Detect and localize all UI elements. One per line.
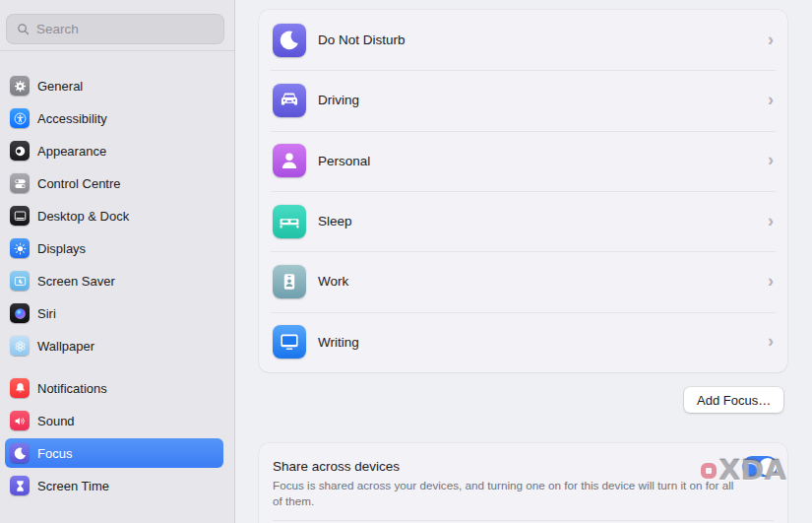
car-icon xyxy=(273,84,306,117)
sidebar-group: General Accessibility Appearance Control… xyxy=(5,71,223,360)
display-icon xyxy=(273,325,306,359)
sidebar-item-displays[interactable]: Displays xyxy=(5,233,223,263)
desktop-dock-icon xyxy=(10,206,30,226)
sidebar-item-accessibility[interactable]: Accessibility xyxy=(5,103,223,133)
row-divider xyxy=(271,312,776,313)
chevron-right-icon: › xyxy=(768,272,774,290)
sidebar-item-desktop-dock[interactable]: Desktop & Dock xyxy=(5,201,223,230)
sidebar-item-wallpaper[interactable]: Wallpaper xyxy=(5,331,223,360)
control-centre-icon xyxy=(10,173,30,193)
sidebar-item-siri[interactable]: Siri xyxy=(5,298,223,328)
bed-icon xyxy=(273,205,306,238)
row-divider xyxy=(271,191,776,192)
appearance-icon xyxy=(10,141,30,161)
moon-icon xyxy=(10,443,30,463)
share-across-devices-toggle[interactable] xyxy=(742,456,778,477)
person-icon xyxy=(273,144,306,177)
sun-icon xyxy=(10,238,30,258)
system-settings-window: Search General Accessibility Appearance … xyxy=(0,0,812,523)
sidebar-list: General Accessibility Appearance Control… xyxy=(5,71,223,503)
sidebar-item-notifications[interactable]: Notifications xyxy=(5,373,223,403)
focus-list-card: Do Not Disturb › Driving › Personal › Sl… xyxy=(259,10,787,372)
row-divider xyxy=(271,251,776,252)
chevron-right-icon: › xyxy=(768,332,774,350)
focus-row-personal[interactable]: Personal › xyxy=(259,131,787,191)
search-input[interactable]: Search xyxy=(6,14,224,44)
sidebar-item-sound[interactable]: Sound xyxy=(5,406,223,435)
chevron-right-icon: › xyxy=(768,151,774,168)
sidebar-item-screen-time[interactable]: Screen Time xyxy=(5,471,223,500)
bell-icon xyxy=(10,378,30,398)
focus-row-do-not-disturb[interactable]: Do Not Disturb › xyxy=(259,10,787,70)
sidebar-toolbar-divider xyxy=(0,50,234,51)
sidebar-item-screen-saver[interactable]: Screen Saver xyxy=(5,266,223,295)
sidebar-item-control-centre[interactable]: Control Centre xyxy=(5,168,223,198)
wallpaper-icon xyxy=(10,336,30,356)
sidebar-group: Notifications Sound Focus Screen Time xyxy=(5,373,223,500)
moon-icon xyxy=(273,24,306,57)
chevron-right-icon: › xyxy=(768,212,774,229)
screensaver-icon xyxy=(10,271,30,291)
share-across-devices-description: Focus is shared across your devices, and… xyxy=(273,478,743,508)
toggle-knob xyxy=(759,458,777,476)
focus-row-sleep[interactable]: Sleep › xyxy=(259,191,787,251)
row-divider xyxy=(271,131,776,132)
search-icon xyxy=(16,22,31,36)
accessibility-icon xyxy=(10,108,30,128)
gear-icon xyxy=(10,76,30,96)
focus-row-work[interactable]: Work › xyxy=(259,251,787,311)
sidebar-item-general[interactable]: General xyxy=(5,71,223,100)
share-across-devices-title: Share across devices xyxy=(273,459,400,474)
share-across-devices-card: Share across devices Focus is shared acr… xyxy=(259,443,787,523)
add-focus-button[interactable]: Add Focus… xyxy=(684,387,783,413)
search-placeholder: Search xyxy=(36,22,79,36)
row-divider xyxy=(271,70,776,71)
chevron-right-icon: › xyxy=(768,91,774,108)
sidebar-item-focus[interactable]: Focus xyxy=(5,438,223,468)
sidebar-item-appearance[interactable]: Appearance xyxy=(5,136,223,165)
focus-row-writing[interactable]: Writing › xyxy=(259,312,787,372)
focus-row-driving[interactable]: Driving › xyxy=(259,70,787,130)
settings-sidebar: Search General Accessibility Appearance … xyxy=(0,0,235,523)
hourglass-icon xyxy=(10,476,30,495)
badge-icon xyxy=(273,265,306,298)
share-card-divider xyxy=(273,520,774,521)
chevron-right-icon: › xyxy=(768,31,774,48)
speaker-icon xyxy=(10,411,30,430)
siri-icon xyxy=(10,303,30,323)
